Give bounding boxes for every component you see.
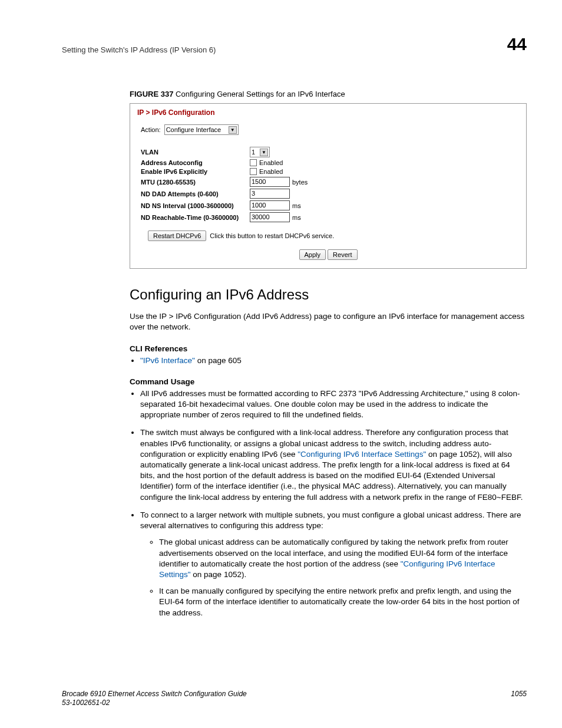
mtu-input[interactable]: 1500	[250, 177, 290, 187]
explicit-suffix: Enabled	[259, 168, 283, 175]
figure-caption: FIGURE 337 Configuring General Settings …	[130, 90, 527, 98]
ns-label: ND NS Interval (1000-3600000)	[141, 202, 250, 209]
reach-label: ND Reachable-Time (0-3600000)	[141, 214, 250, 221]
action-select[interactable]: Configure Interface ▼	[164, 124, 239, 135]
text-run: To connect to a larger network with mult…	[140, 510, 521, 530]
explicit-checkbox[interactable]	[250, 168, 257, 175]
list-item: All IPv6 addresses must be formatted acc…	[140, 388, 527, 421]
dad-label: ND DAD Attempts (0-600)	[141, 190, 250, 197]
autoconf-suffix: Enabled	[259, 159, 283, 166]
autoconf-label: Address Autoconfig	[141, 159, 250, 166]
cli-references-heading: CLI References	[130, 344, 527, 353]
restart-dhcpv6-button[interactable]: Restart DHCPv6	[148, 230, 206, 241]
config-screenshot: IP > IPv6 Configuration Action: Configur…	[130, 103, 527, 269]
vlan-label: VLAN	[141, 149, 250, 156]
cli-page-ref: on page 605	[195, 356, 242, 365]
intro-paragraph: Use the IP > IPv6 Configuration (Add IPv…	[130, 311, 527, 332]
footer-page-number: 1055	[511, 690, 527, 707]
ns-suffix: ms	[292, 202, 301, 209]
ipv6-interface-link[interactable]: "IPv6 Interface"	[140, 356, 195, 365]
chevron-down-icon: ▼	[229, 126, 237, 134]
autoconf-checkbox[interactable]	[250, 159, 257, 166]
scr-breadcrumb: IP > IPv6 Configuration	[130, 104, 526, 120]
reach-input[interactable]: 30000	[250, 212, 290, 222]
list-item: The global unicast address can be automa…	[159, 537, 527, 580]
chapter-number: 44	[507, 34, 527, 54]
footer-docnum: 53-1002651-02	[62, 699, 110, 707]
running-header: Setting the Switch's IP Address (IP Vers…	[62, 45, 216, 54]
action-value: Configure Interface	[166, 126, 222, 133]
footer-left: Brocade 6910 Ethernet Access Switch Conf…	[62, 690, 247, 707]
restart-hint: Click this button to restart DHCPv6 serv…	[210, 232, 334, 239]
action-label: Action:	[141, 126, 161, 133]
vlan-select[interactable]: 1 ▼	[250, 147, 270, 157]
chevron-down-icon: ▼	[260, 149, 268, 156]
dad-input[interactable]: 3	[250, 189, 290, 199]
figure-label: FIGURE 337	[130, 90, 173, 98]
section-heading: Configuring an IPv6 Address	[130, 286, 527, 303]
list-item: To connect to a larger network with mult…	[140, 510, 527, 618]
vlan-value: 1	[252, 149, 255, 156]
list-item: The switch must always be configured wit…	[140, 427, 527, 503]
list-item: It can be manually configured by specify…	[159, 586, 527, 618]
mtu-label: MTU (1280-65535)	[141, 179, 250, 186]
command-usage-heading: Command Usage	[130, 377, 527, 386]
ns-input[interactable]: 1000	[250, 200, 290, 210]
mtu-suffix: bytes	[292, 179, 308, 186]
footer-book: Brocade 6910 Ethernet Access Switch Conf…	[62, 690, 247, 698]
text-run: on page 1052).	[191, 570, 247, 579]
config-ipv6-link[interactable]: "Configuring IPv6 Interface Settings"	[297, 450, 426, 459]
explicit-label: Enable IPv6 Explicitly	[141, 168, 250, 175]
reach-suffix: ms	[292, 214, 301, 221]
figure-title: Configuring General Settings for an IPv6…	[176, 90, 345, 98]
apply-button[interactable]: Apply	[299, 249, 326, 260]
list-item: "IPv6 Interface" on page 605	[140, 355, 527, 366]
revert-button[interactable]: Revert	[328, 249, 357, 260]
